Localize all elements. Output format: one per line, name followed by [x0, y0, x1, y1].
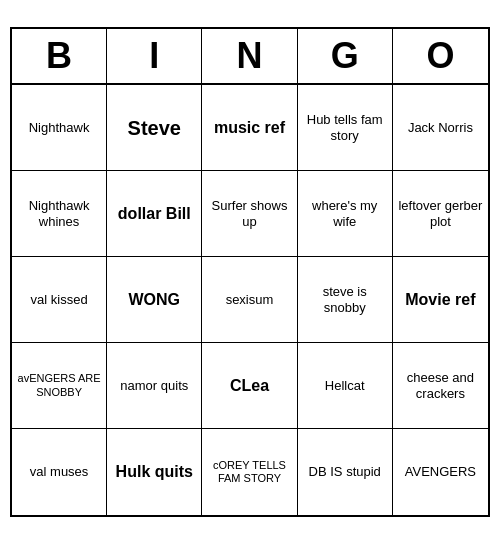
bingo-cell-20: val muses: [12, 429, 107, 515]
bingo-cell-14: Movie ref: [393, 257, 488, 343]
bingo-cell-15: avENGERS ARE SNOBBY: [12, 343, 107, 429]
bingo-cell-5: Nighthawk whines: [12, 171, 107, 257]
bingo-cell-16: namor quits: [107, 343, 202, 429]
bingo-cell-19: cheese and crackers: [393, 343, 488, 429]
bingo-letter-n: N: [202, 29, 297, 83]
bingo-cell-0: Nighthawk: [12, 85, 107, 171]
bingo-header: BINGO: [12, 29, 488, 85]
bingo-letter-b: B: [12, 29, 107, 83]
bingo-cell-23: DB IS stupid: [298, 429, 393, 515]
bingo-cell-12: sexisum: [202, 257, 297, 343]
bingo-cell-24: AVENGERS: [393, 429, 488, 515]
bingo-cell-2: music ref: [202, 85, 297, 171]
bingo-cell-6: dollar Bill: [107, 171, 202, 257]
bingo-cell-13: steve is snobby: [298, 257, 393, 343]
bingo-cell-9: leftover gerber plot: [393, 171, 488, 257]
bingo-letter-i: I: [107, 29, 202, 83]
bingo-grid: NighthawkStevemusic refHub tells fam sto…: [12, 85, 488, 515]
bingo-cell-17: CLea: [202, 343, 297, 429]
bingo-cell-7: Surfer shows up: [202, 171, 297, 257]
bingo-letter-g: G: [298, 29, 393, 83]
bingo-letter-o: O: [393, 29, 488, 83]
bingo-cell-10: val kissed: [12, 257, 107, 343]
bingo-cell-3: Hub tells fam story: [298, 85, 393, 171]
bingo-card: BINGO NighthawkStevemusic refHub tells f…: [10, 27, 490, 517]
bingo-cell-4: Jack Norris: [393, 85, 488, 171]
bingo-cell-11: WONG: [107, 257, 202, 343]
bingo-cell-21: Hulk quits: [107, 429, 202, 515]
bingo-cell-22: cOREY TELLS FAM STORY: [202, 429, 297, 515]
bingo-cell-18: Hellcat: [298, 343, 393, 429]
bingo-cell-8: where's my wife: [298, 171, 393, 257]
bingo-cell-1: Steve: [107, 85, 202, 171]
